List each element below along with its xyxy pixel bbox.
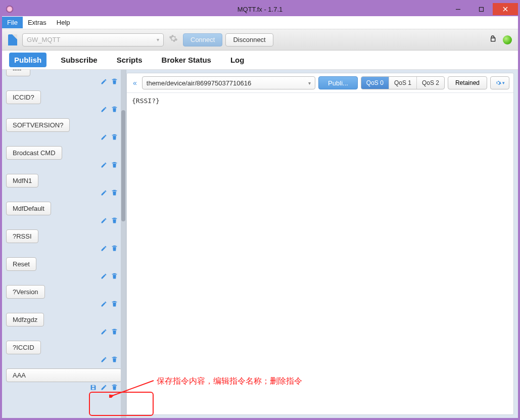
publish-button[interactable]: Publi... xyxy=(318,76,358,89)
profile-select[interactable]: GW_MQTT ▾ xyxy=(22,33,164,46)
publish-toolbar: « theme/device/air/869975037710616 ▾ Pub… xyxy=(127,73,513,93)
publish-panel: « theme/device/air/869975037710616 ▾ Pub… xyxy=(126,73,514,415)
command-sidebar: ----ICCID?SOFTVERSION?Brodcast CMDMdfN1M… xyxy=(2,70,126,418)
trash-icon[interactable] xyxy=(111,329,118,337)
command-item-tools xyxy=(6,243,122,255)
command-item-tools xyxy=(6,132,122,144)
command-button[interactable]: AAA xyxy=(6,368,122,382)
trash-icon[interactable] xyxy=(111,356,118,364)
command-item-tools xyxy=(6,354,122,366)
edit-icon[interactable] xyxy=(101,329,107,337)
sidebar-scrollbar[interactable] xyxy=(121,70,126,418)
edit-icon[interactable] xyxy=(101,78,107,86)
scrollbar-thumb[interactable] xyxy=(121,110,125,221)
edit-icon[interactable] xyxy=(101,134,107,142)
tab-publish[interactable]: Publish xyxy=(9,53,46,67)
edit-icon[interactable] xyxy=(101,217,107,225)
command-button[interactable]: ?RSSI xyxy=(6,229,38,243)
command-button[interactable]: ---- xyxy=(6,70,30,76)
topic-input[interactable]: theme/device/air/869975037710616 ▾ xyxy=(142,76,315,89)
sidebar-command-item: ?Version xyxy=(6,285,122,311)
app-icon xyxy=(6,6,13,13)
main-area: ----ICCID?SOFTVERSION?Brodcast CMDMdfN1M… xyxy=(2,70,518,418)
main-tabs: Publish Subscribe Scripts Broker Status … xyxy=(2,51,518,70)
menu-extras[interactable]: Extras xyxy=(23,17,52,28)
trash-icon[interactable] xyxy=(111,217,118,225)
sidebar-command-item: MdfDefault xyxy=(6,202,122,227)
trash-icon[interactable] xyxy=(111,301,118,309)
command-button[interactable]: ?ICCID xyxy=(6,341,41,354)
qos-0[interactable]: QoS 0 xyxy=(361,77,389,89)
command-button[interactable]: MdfN1 xyxy=(6,174,38,188)
edit-icon[interactable] xyxy=(101,106,107,114)
svg-rect-1 xyxy=(479,7,483,11)
gear-icon[interactable] xyxy=(169,34,178,45)
command-button[interactable]: ?Version xyxy=(6,285,45,299)
close-button[interactable] xyxy=(493,3,518,15)
command-item-tools xyxy=(6,271,122,283)
unlock-icon xyxy=(489,35,497,44)
edit-icon[interactable] xyxy=(101,384,107,392)
save-icon[interactable] xyxy=(90,384,97,392)
qos-selector: QoS 0 QoS 1 QoS 2 xyxy=(361,76,445,89)
edit-icon[interactable] xyxy=(101,356,107,364)
trash-icon[interactable] xyxy=(111,384,118,392)
menu-help[interactable]: Help xyxy=(52,17,75,28)
command-item-tools xyxy=(6,104,122,116)
caret-down-icon: ▾ xyxy=(157,37,159,42)
command-button[interactable]: Brodcast CMD xyxy=(6,146,62,160)
edit-icon[interactable] xyxy=(101,273,107,281)
tab-subscribe[interactable]: Subscribe xyxy=(56,53,103,67)
sidebar-command-item: ?ICCID xyxy=(6,341,122,366)
command-button[interactable]: Reset xyxy=(6,257,36,271)
sidebar-command-item: ?RSSI xyxy=(6,229,122,255)
trash-icon[interactable] xyxy=(111,190,118,198)
command-item-tools xyxy=(6,299,122,311)
window-title: MQTT.fx - 1.7.1 xyxy=(238,6,283,13)
menu-file[interactable]: File xyxy=(2,17,23,28)
trash-icon[interactable] xyxy=(111,106,118,114)
edit-icon[interactable] xyxy=(101,245,107,253)
command-button[interactable]: MdfDefault xyxy=(6,202,51,215)
qos-2[interactable]: QoS 2 xyxy=(417,77,444,89)
command-item-tools xyxy=(6,382,122,394)
command-button[interactable]: SOFTVERSION? xyxy=(6,118,70,132)
sidebar-command-item: SOFTVERSION? xyxy=(6,118,122,144)
connection-status-indicator xyxy=(503,35,512,44)
trash-icon[interactable] xyxy=(111,273,118,281)
sidebar-command-item: MdfN1 xyxy=(6,174,122,200)
edit-icon[interactable] xyxy=(101,190,107,198)
retained-toggle[interactable]: Retained xyxy=(448,76,487,89)
tab-log[interactable]: Log xyxy=(225,53,250,67)
edit-icon[interactable] xyxy=(101,162,107,170)
collapse-left-icon[interactable]: « xyxy=(131,79,139,87)
qos-1[interactable]: QoS 1 xyxy=(389,77,417,89)
close-icon xyxy=(502,6,508,12)
minimize-button[interactable] xyxy=(446,3,469,15)
caret-down-icon: ▾ xyxy=(308,80,311,86)
tab-broker-status[interactable]: Broker Status xyxy=(157,53,216,67)
sidebar-command-item: AAA xyxy=(6,368,122,394)
command-item-tools xyxy=(6,215,122,227)
trash-icon[interactable] xyxy=(111,245,118,253)
command-button[interactable]: Mdfzgdz xyxy=(6,313,44,326)
connect-button[interactable]: Connect xyxy=(183,33,222,46)
settings-mini-button[interactable]: ▾ xyxy=(490,76,509,89)
trash-icon[interactable] xyxy=(111,134,118,142)
disconnect-button[interactable]: Disconnect xyxy=(225,33,273,46)
command-item-tools xyxy=(6,188,122,200)
maximize-button[interactable] xyxy=(469,3,493,15)
sidebar-command-item: Brodcast CMD xyxy=(6,146,122,172)
tab-scripts[interactable]: Scripts xyxy=(112,53,148,67)
topic-value: theme/device/air/869975037710616 xyxy=(147,79,251,87)
profile-placeholder: GW_MQTT xyxy=(27,36,60,43)
sidebar-command-item: Reset xyxy=(6,257,122,283)
settings-mini-icon xyxy=(495,79,502,86)
command-button[interactable]: ICCID? xyxy=(6,90,41,104)
trash-icon[interactable] xyxy=(111,162,118,170)
command-item-tools xyxy=(6,76,122,88)
payload-editor[interactable]: {RSSI?} xyxy=(127,93,513,414)
titlebar: MQTT.fx - 1.7.1 xyxy=(2,2,518,16)
trash-icon[interactable] xyxy=(111,78,118,86)
edit-icon[interactable] xyxy=(101,301,107,309)
